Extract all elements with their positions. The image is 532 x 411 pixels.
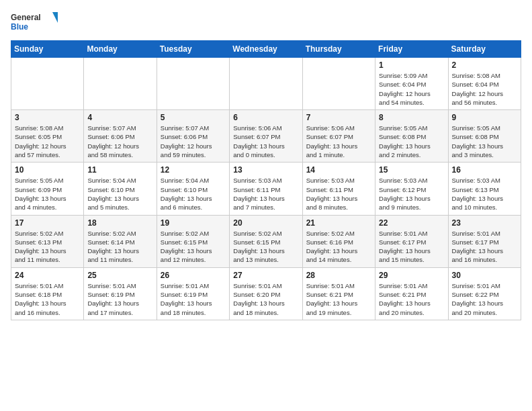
day-info: Sunrise: 5:05 AM Sunset: 6:08 PM Dayligh… (379, 124, 444, 159)
calendar-table: SundayMondayTuesdayWednesdayThursdayFrid… (11, 40, 521, 320)
week-row-5: 24Sunrise: 5:01 AM Sunset: 6:18 PM Dayli… (11, 267, 521, 320)
day-info: Sunrise: 5:01 AM Sunset: 6:21 PM Dayligh… (306, 281, 371, 317)
day-number: 25 (87, 271, 152, 280)
day-number: 20 (233, 218, 298, 228)
calendar-cell: 28Sunrise: 5:01 AM Sunset: 6:21 PM Dayli… (302, 267, 375, 320)
weekday-header-row: SundayMondayTuesdayWednesdayThursdayFrid… (11, 41, 521, 58)
calendar-cell: 4Sunrise: 5:07 AM Sunset: 6:06 PM Daylig… (84, 110, 157, 163)
day-info: Sunrise: 5:02 AM Sunset: 6:15 PM Dayligh… (233, 229, 298, 265)
calendar-cell: 29Sunrise: 5:01 AM Sunset: 6:21 PM Dayli… (375, 267, 448, 320)
weekday-header-friday: Friday (375, 41, 448, 58)
day-info: Sunrise: 5:05 AM Sunset: 6:08 PM Dayligh… (452, 124, 517, 159)
day-number: 18 (87, 218, 152, 228)
day-number: 8 (379, 113, 444, 122)
calendar-cell: 24Sunrise: 5:01 AM Sunset: 6:18 PM Dayli… (11, 267, 84, 320)
day-number: 13 (233, 165, 298, 175)
calendar-cell: 16Sunrise: 5:03 AM Sunset: 6:13 PM Dayli… (448, 163, 521, 215)
day-info: Sunrise: 5:09 AM Sunset: 6:04 PM Dayligh… (379, 71, 444, 107)
calendar-cell: 1Sunrise: 5:09 AM Sunset: 6:04 PM Daylig… (375, 58, 448, 110)
calendar-cell (157, 58, 229, 110)
day-info: Sunrise: 5:08 AM Sunset: 6:04 PM Dayligh… (452, 71, 517, 107)
weekday-header-tuesday: Tuesday (157, 41, 229, 58)
weekday-header-monday: Monday (84, 41, 157, 58)
calendar-cell: 22Sunrise: 5:01 AM Sunset: 6:17 PM Dayli… (375, 215, 448, 267)
calendar-cell: 25Sunrise: 5:01 AM Sunset: 6:19 PM Dayli… (84, 267, 157, 320)
day-info: Sunrise: 5:02 AM Sunset: 6:15 PM Dayligh… (161, 229, 226, 265)
calendar-cell: 27Sunrise: 5:01 AM Sunset: 6:20 PM Dayli… (230, 267, 302, 320)
calendar-cell: 11Sunrise: 5:04 AM Sunset: 6:10 PM Dayli… (84, 163, 157, 215)
day-number: 21 (306, 218, 371, 228)
day-info: Sunrise: 5:01 AM Sunset: 6:17 PM Dayligh… (452, 229, 517, 265)
calendar-cell: 14Sunrise: 5:03 AM Sunset: 6:11 PM Dayli… (302, 163, 375, 215)
day-info: Sunrise: 5:03 AM Sunset: 6:11 PM Dayligh… (306, 176, 371, 212)
calendar-cell: 23Sunrise: 5:01 AM Sunset: 6:17 PM Dayli… (448, 215, 521, 267)
weekday-header-sunday: Sunday (11, 41, 84, 58)
day-info: Sunrise: 5:02 AM Sunset: 6:16 PM Dayligh… (306, 229, 371, 265)
day-number: 6 (233, 113, 298, 122)
svg-text:Blue: Blue (11, 22, 28, 32)
svg-marker-2 (52, 12, 58, 23)
day-number: 24 (15, 271, 80, 280)
day-number: 10 (15, 165, 80, 175)
day-number: 3 (15, 113, 80, 122)
logo-svg: General Blue (11, 11, 58, 35)
calendar-cell: 5Sunrise: 5:07 AM Sunset: 6:06 PM Daylig… (157, 110, 229, 163)
week-row-1: 1Sunrise: 5:09 AM Sunset: 6:04 PM Daylig… (11, 58, 521, 110)
week-row-2: 3Sunrise: 5:08 AM Sunset: 6:05 PM Daylig… (11, 110, 521, 163)
day-info: Sunrise: 5:01 AM Sunset: 6:19 PM Dayligh… (87, 281, 152, 317)
calendar-cell: 18Sunrise: 5:02 AM Sunset: 6:14 PM Dayli… (84, 215, 157, 267)
calendar-cell: 15Sunrise: 5:03 AM Sunset: 6:12 PM Dayli… (375, 163, 448, 215)
weekday-header-wednesday: Wednesday (230, 41, 302, 58)
week-row-3: 10Sunrise: 5:05 AM Sunset: 6:09 PM Dayli… (11, 163, 521, 215)
day-info: Sunrise: 5:05 AM Sunset: 6:09 PM Dayligh… (15, 176, 80, 212)
day-number: 5 (161, 113, 226, 122)
day-info: Sunrise: 5:01 AM Sunset: 6:19 PM Dayligh… (161, 281, 226, 317)
day-number: 16 (452, 165, 517, 175)
day-info: Sunrise: 5:03 AM Sunset: 6:12 PM Dayligh… (379, 176, 444, 212)
day-number: 12 (161, 165, 226, 175)
day-number: 7 (306, 113, 371, 122)
day-info: Sunrise: 5:06 AM Sunset: 6:07 PM Dayligh… (306, 124, 371, 159)
calendar-cell: 12Sunrise: 5:04 AM Sunset: 6:10 PM Dayli… (157, 163, 229, 215)
calendar-cell: 19Sunrise: 5:02 AM Sunset: 6:15 PM Dayli… (157, 215, 229, 267)
day-info: Sunrise: 5:01 AM Sunset: 6:18 PM Dayligh… (15, 281, 80, 317)
calendar-cell: 8Sunrise: 5:05 AM Sunset: 6:08 PM Daylig… (375, 110, 448, 163)
day-number: 14 (306, 165, 371, 175)
calendar-cell (84, 58, 157, 110)
day-number: 27 (233, 271, 298, 280)
calendar-cell (230, 58, 302, 110)
calendar-cell (302, 58, 375, 110)
calendar-cell: 10Sunrise: 5:05 AM Sunset: 6:09 PM Dayli… (11, 163, 84, 215)
calendar-cell: 6Sunrise: 5:06 AM Sunset: 6:07 PM Daylig… (230, 110, 302, 163)
day-info: Sunrise: 5:03 AM Sunset: 6:13 PM Dayligh… (452, 176, 517, 212)
day-info: Sunrise: 5:07 AM Sunset: 6:06 PM Dayligh… (87, 124, 152, 159)
calendar-cell: 7Sunrise: 5:06 AM Sunset: 6:07 PM Daylig… (302, 110, 375, 163)
day-number: 1 (379, 60, 444, 70)
day-info: Sunrise: 5:02 AM Sunset: 6:14 PM Dayligh… (87, 229, 152, 265)
day-info: Sunrise: 5:03 AM Sunset: 6:11 PM Dayligh… (233, 176, 298, 212)
svg-text:General: General (11, 13, 41, 22)
day-number: 4 (87, 113, 152, 122)
day-number: 19 (161, 218, 226, 228)
weekday-header-saturday: Saturday (448, 41, 521, 58)
day-info: Sunrise: 5:07 AM Sunset: 6:06 PM Dayligh… (161, 124, 226, 159)
day-number: 29 (379, 271, 444, 280)
day-number: 23 (452, 218, 517, 228)
day-info: Sunrise: 5:01 AM Sunset: 6:17 PM Dayligh… (379, 229, 444, 265)
calendar-cell: 2Sunrise: 5:08 AM Sunset: 6:04 PM Daylig… (448, 58, 521, 110)
day-number: 22 (379, 218, 444, 228)
calendar-cell: 17Sunrise: 5:02 AM Sunset: 6:13 PM Dayli… (11, 215, 84, 267)
weekday-header-thursday: Thursday (302, 41, 375, 58)
calendar-cell: 13Sunrise: 5:03 AM Sunset: 6:11 PM Dayli… (230, 163, 302, 215)
day-number: 15 (379, 165, 444, 175)
calendar-cell: 26Sunrise: 5:01 AM Sunset: 6:19 PM Dayli… (157, 267, 229, 320)
day-info: Sunrise: 5:01 AM Sunset: 6:22 PM Dayligh… (452, 281, 517, 317)
day-info: Sunrise: 5:04 AM Sunset: 6:10 PM Dayligh… (87, 176, 152, 212)
week-row-4: 17Sunrise: 5:02 AM Sunset: 6:13 PM Dayli… (11, 215, 521, 267)
day-info: Sunrise: 5:01 AM Sunset: 6:20 PM Dayligh… (233, 281, 298, 317)
day-number: 17 (15, 218, 80, 228)
calendar-cell (11, 58, 84, 110)
day-info: Sunrise: 5:04 AM Sunset: 6:10 PM Dayligh… (161, 176, 226, 212)
day-info: Sunrise: 5:02 AM Sunset: 6:13 PM Dayligh… (15, 229, 80, 265)
calendar-cell: 21Sunrise: 5:02 AM Sunset: 6:16 PM Dayli… (302, 215, 375, 267)
